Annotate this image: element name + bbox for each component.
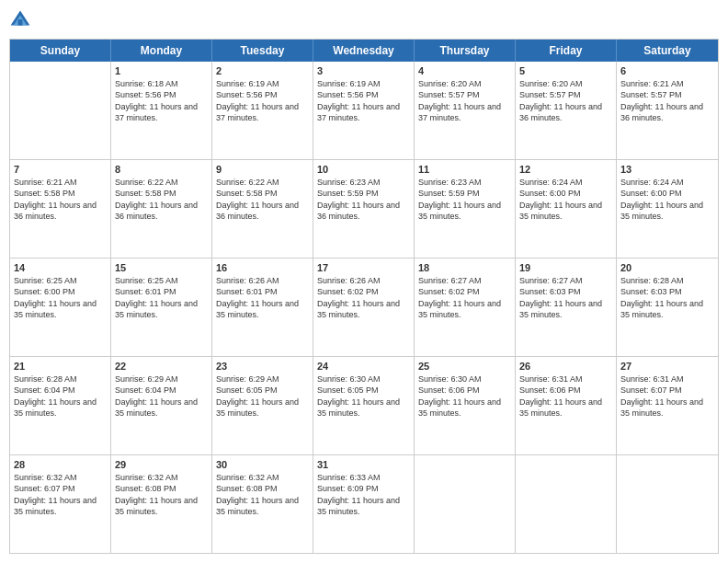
day-number: 13 — [620, 163, 714, 176]
svg-rect-2 — [18, 19, 23, 25]
calendar-day-21: 21Sunrise: 6:28 AMSunset: 6:04 PMDayligh… — [10, 357, 111, 454]
day-details: Sunrise: 6:31 AMSunset: 6:07 PMDaylight:… — [620, 373, 714, 419]
calendar-day-11: 11Sunrise: 6:23 AMSunset: 5:59 PMDayligh… — [415, 160, 516, 258]
day-number: 1 — [115, 64, 208, 77]
day-number: 29 — [115, 458, 208, 471]
calendar-day-17: 17Sunrise: 6:26 AMSunset: 6:02 PMDayligh… — [313, 259, 415, 356]
calendar-row-1: 7Sunrise: 6:21 AMSunset: 5:58 PMDaylight… — [10, 159, 718, 258]
logo-icon — [9, 9, 31, 31]
calendar: SundayMondayTuesdayWednesdayThursdayFrid… — [9, 39, 719, 554]
day-number: 11 — [418, 163, 511, 176]
day-details: Sunrise: 6:33 AMSunset: 6:09 PMDaylight:… — [317, 472, 410, 517]
calendar-day-2: 2Sunrise: 6:19 AMSunset: 5:56 PMDaylight… — [212, 62, 313, 159]
header-day-thursday: Thursday — [415, 40, 516, 62]
calendar-day-15: 15Sunrise: 6:25 AMSunset: 6:01 PMDayligh… — [111, 259, 212, 356]
calendar-day-empty — [10, 62, 111, 159]
day-details: Sunrise: 6:27 AMSunset: 6:03 PMDaylight:… — [519, 275, 612, 320]
calendar-day-23: 23Sunrise: 6:29 AMSunset: 6:05 PMDayligh… — [212, 357, 313, 454]
calendar-day-3: 3Sunrise: 6:19 AMSunset: 5:56 PMDaylight… — [313, 62, 415, 159]
calendar-day-10: 10Sunrise: 6:23 AMSunset: 5:59 PMDayligh… — [313, 160, 415, 258]
day-details: Sunrise: 6:29 AMSunset: 6:04 PMDaylight:… — [115, 373, 208, 419]
calendar-day-empty — [617, 455, 718, 553]
day-number: 9 — [216, 163, 309, 176]
day-details: Sunrise: 6:32 AMSunset: 6:07 PMDaylight:… — [14, 472, 107, 517]
calendar-day-20: 20Sunrise: 6:28 AMSunset: 6:03 PMDayligh… — [617, 259, 718, 356]
day-details: Sunrise: 6:31 AMSunset: 6:06 PMDaylight:… — [519, 373, 612, 419]
day-details: Sunrise: 6:18 AMSunset: 5:56 PMDaylight:… — [115, 78, 208, 123]
day-details: Sunrise: 6:20 AMSunset: 5:57 PMDaylight:… — [418, 78, 511, 123]
day-details: Sunrise: 6:26 AMSunset: 6:02 PMDaylight:… — [317, 275, 410, 320]
header-day-wednesday: Wednesday — [313, 40, 415, 62]
calendar-day-empty — [516, 455, 617, 553]
calendar-day-13: 13Sunrise: 6:24 AMSunset: 6:00 PMDayligh… — [617, 160, 718, 258]
calendar-day-empty — [415, 455, 516, 553]
calendar-day-30: 30Sunrise: 6:32 AMSunset: 6:08 PMDayligh… — [212, 455, 313, 553]
day-number: 19 — [519, 261, 612, 274]
calendar-day-5: 5Sunrise: 6:20 AMSunset: 5:57 PMDaylight… — [516, 62, 617, 159]
day-number: 6 — [620, 64, 714, 77]
calendar-day-19: 19Sunrise: 6:27 AMSunset: 6:03 PMDayligh… — [516, 259, 617, 356]
day-number: 5 — [519, 64, 612, 77]
day-details: Sunrise: 6:19 AMSunset: 5:56 PMDaylight:… — [216, 78, 309, 123]
day-number: 14 — [14, 261, 107, 274]
logo — [9, 9, 35, 31]
day-details: Sunrise: 6:22 AMSunset: 5:58 PMDaylight:… — [216, 177, 309, 222]
calendar-day-28: 28Sunrise: 6:32 AMSunset: 6:07 PMDayligh… — [10, 455, 111, 553]
day-details: Sunrise: 6:29 AMSunset: 6:05 PMDaylight:… — [216, 373, 309, 419]
calendar-day-6: 6Sunrise: 6:21 AMSunset: 5:57 PMDaylight… — [617, 62, 718, 159]
calendar-day-31: 31Sunrise: 6:33 AMSunset: 6:09 PMDayligh… — [313, 455, 415, 553]
day-number: 12 — [519, 163, 612, 176]
day-details: Sunrise: 6:21 AMSunset: 5:58 PMDaylight:… — [14, 177, 107, 222]
calendar-row-0: 1Sunrise: 6:18 AMSunset: 5:56 PMDaylight… — [10, 62, 718, 159]
calendar-day-25: 25Sunrise: 6:30 AMSunset: 6:06 PMDayligh… — [415, 357, 516, 454]
day-number: 20 — [620, 261, 714, 274]
header-day-friday: Friday — [516, 40, 617, 62]
calendar-day-9: 9Sunrise: 6:22 AMSunset: 5:58 PMDaylight… — [212, 160, 313, 258]
page: SundayMondayTuesdayWednesdayThursdayFrid… — [0, 0, 728, 563]
calendar-day-1: 1Sunrise: 6:18 AMSunset: 5:56 PMDaylight… — [111, 62, 212, 159]
day-number: 25 — [418, 360, 511, 373]
calendar-day-24: 24Sunrise: 6:30 AMSunset: 6:05 PMDayligh… — [313, 357, 415, 454]
day-number: 24 — [317, 360, 410, 373]
day-details: Sunrise: 6:22 AMSunset: 5:58 PMDaylight:… — [115, 177, 208, 222]
calendar-day-14: 14Sunrise: 6:25 AMSunset: 6:00 PMDayligh… — [10, 259, 111, 356]
day-details: Sunrise: 6:25 AMSunset: 6:01 PMDaylight:… — [115, 275, 208, 320]
day-number: 18 — [418, 261, 511, 274]
day-details: Sunrise: 6:27 AMSunset: 6:02 PMDaylight:… — [418, 275, 511, 320]
day-details: Sunrise: 6:20 AMSunset: 5:57 PMDaylight:… — [519, 78, 612, 123]
day-details: Sunrise: 6:30 AMSunset: 6:05 PMDaylight:… — [317, 373, 410, 419]
day-details: Sunrise: 6:28 AMSunset: 6:03 PMDaylight:… — [620, 275, 714, 320]
header-day-tuesday: Tuesday — [212, 40, 313, 62]
calendar-day-22: 22Sunrise: 6:29 AMSunset: 6:04 PMDayligh… — [111, 357, 212, 454]
day-number: 10 — [317, 163, 410, 176]
calendar-day-27: 27Sunrise: 6:31 AMSunset: 6:07 PMDayligh… — [617, 357, 718, 454]
day-number: 22 — [115, 360, 208, 373]
calendar-day-26: 26Sunrise: 6:31 AMSunset: 6:06 PMDayligh… — [516, 357, 617, 454]
day-number: 28 — [14, 458, 107, 471]
day-number: 15 — [115, 261, 208, 274]
day-number: 3 — [317, 64, 410, 77]
day-number: 17 — [317, 261, 410, 274]
header-day-sunday: Sunday — [10, 40, 111, 62]
day-details: Sunrise: 6:24 AMSunset: 6:00 PMDaylight:… — [620, 177, 714, 222]
calendar-row-4: 28Sunrise: 6:32 AMSunset: 6:07 PMDayligh… — [10, 454, 718, 553]
calendar-day-7: 7Sunrise: 6:21 AMSunset: 5:58 PMDaylight… — [10, 160, 111, 258]
calendar-day-8: 8Sunrise: 6:22 AMSunset: 5:58 PMDaylight… — [111, 160, 212, 258]
calendar-body: 1Sunrise: 6:18 AMSunset: 5:56 PMDaylight… — [10, 62, 718, 553]
day-details: Sunrise: 6:19 AMSunset: 5:56 PMDaylight:… — [317, 78, 410, 123]
day-number: 30 — [216, 458, 309, 471]
day-details: Sunrise: 6:32 AMSunset: 6:08 PMDaylight:… — [216, 472, 309, 517]
day-number: 27 — [620, 360, 714, 373]
calendar-row-3: 21Sunrise: 6:28 AMSunset: 6:04 PMDayligh… — [10, 356, 718, 454]
day-details: Sunrise: 6:25 AMSunset: 6:00 PMDaylight:… — [14, 275, 107, 320]
day-details: Sunrise: 6:24 AMSunset: 6:00 PMDaylight:… — [519, 177, 612, 222]
header — [9, 9, 719, 31]
calendar-day-4: 4Sunrise: 6:20 AMSunset: 5:57 PMDaylight… — [415, 62, 516, 159]
header-day-monday: Monday — [111, 40, 212, 62]
day-number: 2 — [216, 64, 309, 77]
day-number: 23 — [216, 360, 309, 373]
day-number: 16 — [216, 261, 309, 274]
day-number: 31 — [317, 458, 410, 471]
day-details: Sunrise: 6:26 AMSunset: 6:01 PMDaylight:… — [216, 275, 309, 320]
day-number: 26 — [519, 360, 612, 373]
